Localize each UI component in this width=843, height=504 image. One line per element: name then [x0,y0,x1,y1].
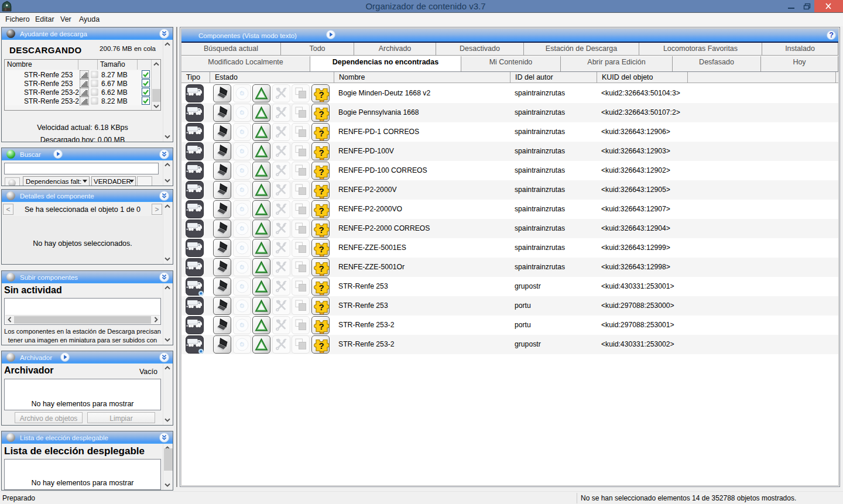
svg-text:?: ? [318,244,324,254]
svg-text:?: ? [318,205,324,215]
svg-text:?: ? [318,225,324,235]
svg-text:?: ? [318,321,324,331]
svg-text:?: ? [318,128,324,138]
svg-text:?: ? [318,90,324,100]
svg-text:?: ? [318,341,324,351]
svg-text:?: ? [318,148,324,157]
svg-text:?: ? [318,302,324,312]
svg-text:?: ? [318,109,324,119]
svg-text:?: ? [318,186,324,196]
svg-text:?: ? [318,167,324,177]
svg-text:?: ? [318,283,324,293]
svg-text:?: ? [318,263,324,273]
